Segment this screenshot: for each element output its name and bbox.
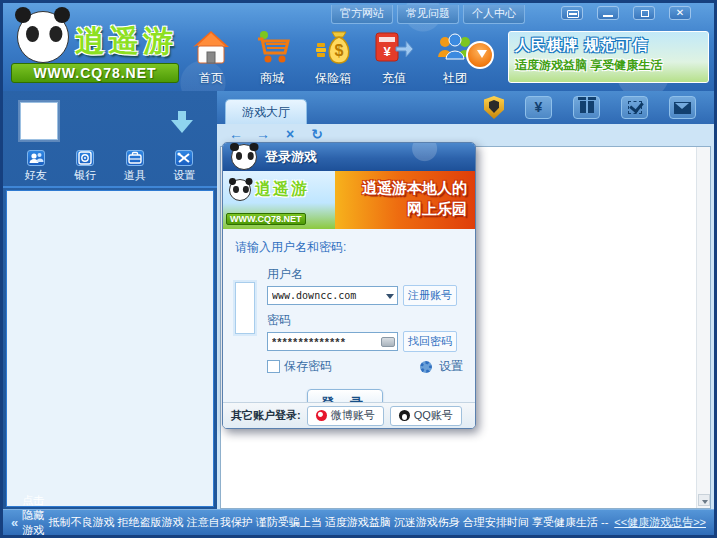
health-notice: 抵制不良游戏 拒绝盗版游戏 注意自我保护 谨防受骗上当 适度游戏益脑 沉迷游戏伤… [49, 515, 706, 530]
sidebar-toolbar: 好友 银行 道具 设置 [3, 148, 217, 188]
nav-recharge-label: 充值 [366, 70, 422, 87]
download-circle-button[interactable] [466, 41, 494, 69]
header: 官方网站 常见问题 个人中心 ✕ 逍遥游 WWW.CQ78.NET [3, 3, 714, 91]
stop-button[interactable]: × [281, 126, 299, 142]
login-prompt: 请输入用户名和密码: [235, 239, 463, 256]
friends-icon [27, 150, 45, 166]
panda-mascot-icon [17, 11, 69, 63]
app-window: 官方网站 常见问题 个人中心 ✕ 逍遥游 WWW.CQ78.NET [0, 0, 717, 538]
login-dialog: 登录游戏 逍遥游 WWW.CQ78.NET 逍遥游本地人的 网上乐园 请输入用户… [222, 142, 476, 429]
nav-recharge[interactable]: ¥ 充值 [366, 29, 422, 87]
cart-icon [252, 29, 292, 67]
skin-button[interactable] [561, 6, 583, 20]
banner-logo-site: WWW.CQ78.NET [226, 213, 306, 225]
user-avatar-placeholder[interactable] [20, 102, 58, 140]
app-name: 逍遥游 [75, 21, 177, 62]
sidebar-item-label: 道具 [113, 168, 157, 183]
app-logo: 逍遥游 WWW.CQ78.NET [9, 9, 184, 85]
nav-community-label: 社团 [427, 70, 483, 87]
ad-banner[interactable]: 人民棋牌 规范可信 适度游戏益脑 享受健康生活 [508, 31, 709, 83]
weibo-icon [316, 410, 327, 421]
forward-button[interactable]: → [254, 126, 272, 142]
sidebar-item-items[interactable]: 道具 [113, 148, 157, 186]
sidebar-download-icon[interactable] [171, 111, 193, 135]
site-url-badge: WWW.CQ78.NET [11, 63, 179, 83]
toolbar-icons: ¥ [484, 91, 714, 124]
vertical-scrollbar[interactable] [696, 147, 710, 508]
mail-icon [674, 102, 691, 114]
sidebar-item-label: 设置 [162, 168, 206, 183]
panda-icon [231, 144, 257, 170]
qq-button-label: QQ账号 [414, 408, 453, 423]
link-official-site[interactable]: 官方网站 [331, 5, 393, 24]
username-label: 用户名 [267, 266, 463, 283]
refresh-button[interactable]: ↻ [308, 126, 326, 142]
nav-home[interactable]: 首页 [183, 29, 239, 87]
game-list-panel[interactable] [6, 190, 214, 507]
link-user-center[interactable]: 个人中心 [463, 5, 525, 24]
main-nav: 首页 商城 [183, 29, 483, 87]
weibo-login-button[interactable]: 微博账号 [307, 406, 384, 426]
sidebar-item-bank[interactable]: 银行 [63, 148, 107, 186]
hide-game-list-label: 点击隐藏游戏列表 [22, 493, 48, 538]
close-button[interactable]: ✕ [669, 6, 691, 20]
status-bar: « 点击隐藏游戏列表 抵制不良游戏 拒绝盗版游戏 注意自我保护 谨防受骗上当 适… [3, 509, 714, 535]
gear-icon [420, 361, 432, 373]
recover-password-link[interactable]: 找回密码 [403, 331, 457, 352]
sidebar-item-settings[interactable]: 设置 [162, 148, 206, 186]
maximize-icon [641, 10, 649, 17]
dialog-body: 请输入用户名和密码: 用户名 注册账号 密码 [223, 229, 475, 416]
save-password-label[interactable]: 保存密码 [284, 358, 332, 375]
skin-icon [567, 10, 579, 18]
maximize-button[interactable] [633, 6, 655, 20]
dialog-title: 登录游戏 [265, 148, 317, 166]
dialog-banner-slogan: 逍遥游本地人的 网上乐园 [335, 171, 475, 229]
minimize-button[interactable] [597, 6, 619, 20]
nav-safe-label: 保险箱 [305, 70, 361, 87]
ad-line2: 适度游戏益脑 享受健康生活 [515, 57, 702, 74]
weibo-button-label: 微博账号 [331, 408, 375, 423]
check-icon [628, 101, 642, 114]
dialog-banner[interactable]: 逍遥游 WWW.CQ78.NET 逍遥游本地人的 网上乐园 [223, 171, 475, 229]
tasks-button[interactable] [621, 96, 648, 119]
sidebar-item-friends[interactable]: 好友 [14, 148, 58, 186]
health-advice-link[interactable]: <<健康游戏忠告>> [614, 515, 706, 530]
banner-slogan-line2: 网上乐园 [335, 198, 467, 219]
scroll-down-button[interactable] [698, 494, 710, 506]
recharge-card-icon: ¥ [374, 29, 414, 67]
register-link[interactable]: 注册账号 [403, 285, 457, 306]
chevron-down-icon[interactable] [386, 294, 394, 303]
nav-shop[interactable]: 商城 [244, 29, 300, 87]
nav-safe[interactable]: $ 保险箱 [305, 29, 361, 87]
mail-button[interactable] [669, 96, 696, 119]
tab-strip: 游戏大厅 ¥ [217, 91, 714, 124]
health-notice-text: 抵制不良游戏 拒绝盗版游戏 注意自我保护 谨防受骗上当 适度游戏益脑 沉迷游戏伤… [49, 515, 609, 530]
settings-label: 设置 [439, 358, 463, 375]
password-input[interactable] [270, 334, 375, 349]
dialog-titlebar[interactable]: 登录游戏 [223, 143, 475, 171]
soft-keyboard-icon[interactable] [381, 337, 395, 347]
security-shield-icon[interactable] [484, 96, 504, 119]
nav-home-label: 首页 [183, 70, 239, 87]
panda-icon [229, 179, 251, 201]
svg-text:¥: ¥ [383, 44, 391, 59]
settings-tools-icon [175, 150, 193, 166]
save-password-checkbox[interactable] [267, 360, 280, 373]
settings-link[interactable]: 设置 [420, 358, 463, 375]
banner-slogan-line1: 逍遥游本地人的 [335, 177, 467, 198]
back-button[interactable]: ← [227, 126, 245, 142]
gift-button[interactable] [573, 96, 600, 119]
minimize-icon [603, 15, 613, 17]
currency-button[interactable]: ¥ [525, 96, 552, 119]
tab-game-hall[interactable]: 游戏大厅 [225, 99, 307, 124]
hide-game-list-button[interactable]: « 点击隐藏游戏列表 [11, 493, 49, 538]
username-input[interactable] [270, 288, 378, 303]
window-controls: ✕ [561, 6, 691, 20]
sidebar: 好友 银行 道具 设置 [3, 91, 217, 509]
chevron-left-icon: « [11, 515, 18, 530]
banner-logo-name: 逍遥游 [255, 179, 309, 200]
sidebar-item-label: 好友 [14, 168, 58, 183]
qq-login-button[interactable]: QQ账号 [390, 406, 462, 426]
login-avatar-placeholder [235, 282, 255, 334]
link-faq[interactable]: 常见问题 [397, 5, 459, 24]
